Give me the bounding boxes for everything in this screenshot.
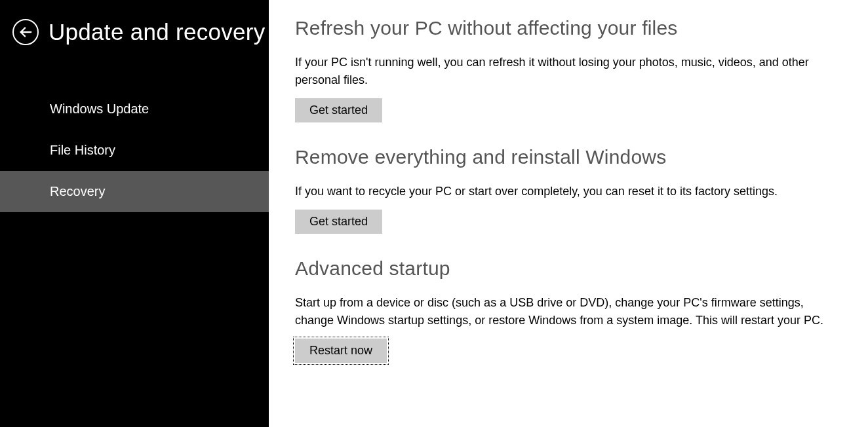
sidebar-item-label: Windows Update — [50, 102, 149, 116]
sidebar-header: Update and recovery — [0, 0, 269, 59]
refresh-get-started-button[interactable]: Get started — [295, 98, 382, 122]
section-description: If your PC isn't running well, you can r… — [295, 54, 835, 89]
sidebar-nav: Windows Update File History Recovery — [0, 88, 269, 212]
section-advanced-startup: Advanced startup Start up from a device … — [295, 257, 835, 363]
page-title: Update and recovery — [49, 19, 266, 45]
sidebar-item-windows-update[interactable]: Windows Update — [0, 88, 269, 130]
sidebar: Update and recovery Windows Update File … — [0, 0, 269, 427]
sidebar-item-file-history[interactable]: File History — [0, 130, 269, 171]
section-remove-reinstall: Remove everything and reinstall Windows … — [295, 146, 835, 234]
sidebar-item-label: Recovery — [50, 184, 105, 198]
section-title: Advanced startup — [295, 257, 835, 280]
section-title: Remove everything and reinstall Windows — [295, 146, 835, 168]
restart-now-button[interactable]: Restart now — [295, 339, 387, 363]
content-area: Refresh your PC without affecting your f… — [269, 0, 868, 427]
section-title: Refresh your PC without affecting your f… — [295, 17, 835, 39]
section-refresh-pc: Refresh your PC without affecting your f… — [295, 17, 835, 122]
sidebar-item-recovery[interactable]: Recovery — [0, 171, 269, 212]
section-description: Start up from a device or disc (such as … — [295, 294, 835, 329]
sidebar-item-label: File History — [50, 143, 115, 157]
reinstall-get-started-button[interactable]: Get started — [295, 210, 382, 234]
section-description: If you want to recycle your PC or start … — [295, 183, 835, 200]
back-arrow-icon — [12, 19, 39, 45]
back-button[interactable] — [12, 18, 39, 46]
